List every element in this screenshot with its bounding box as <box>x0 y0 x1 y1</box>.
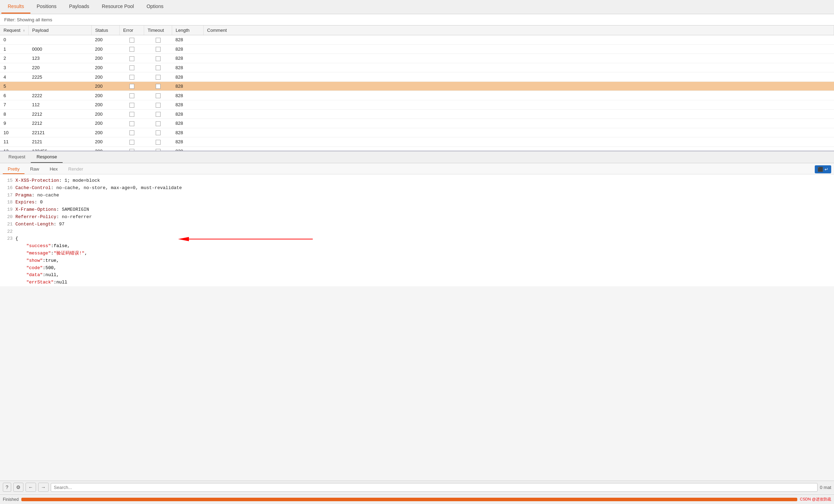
tab-resource-pool[interactable]: Resource Pool <box>96 0 140 14</box>
cell-error <box>120 109 144 119</box>
cell-timeout <box>144 35 172 45</box>
checkbox-error <box>129 47 134 52</box>
cell-length: 828 <box>172 91 204 100</box>
cell-comment <box>204 72 834 82</box>
cell-payload: 123456 <box>29 146 92 151</box>
cell-timeout <box>144 72 172 82</box>
search-input[interactable] <box>51 483 818 492</box>
checkbox-timeout <box>156 75 161 80</box>
cell-comment <box>204 81 834 91</box>
checkbox-error <box>129 121 134 126</box>
checkbox-timeout <box>156 103 161 108</box>
response-line-20: 20Referrer-Policy: no-referrer <box>4 214 830 221</box>
cell-timeout <box>144 63 172 72</box>
cell-error <box>120 128 144 137</box>
subtab-pretty[interactable]: Pretty <box>3 165 24 174</box>
subtab-hex[interactable]: Hex <box>45 165 63 174</box>
table-row[interactable]: 12123456200828 <box>0 146 834 151</box>
checkbox-error <box>129 75 134 80</box>
cell-request: 0 <box>0 35 29 45</box>
cell-timeout <box>144 54 172 63</box>
cell-error <box>120 146 144 151</box>
checkbox-error <box>129 93 134 98</box>
cell-length: 828 <box>172 119 204 128</box>
cell-request: 6 <box>0 91 29 100</box>
table-row[interactable]: 0200828 <box>0 35 834 45</box>
table-row[interactable]: 62222200828 <box>0 91 834 100</box>
table-row[interactable]: 42225200828 <box>0 72 834 82</box>
help-button[interactable]: ? <box>3 483 11 492</box>
cell-timeout <box>144 137 172 147</box>
tab-options[interactable]: Options <box>140 0 170 14</box>
cell-payload: 2121 <box>29 137 92 147</box>
table-row[interactable]: 1022121200828 <box>0 128 834 137</box>
cell-payload <box>29 35 92 45</box>
bottom-toolbar: ? ⚙ ← → 0 mat <box>0 481 834 494</box>
tab-response[interactable]: Response <box>31 151 63 163</box>
match-count: 0 mat <box>820 485 831 490</box>
results-table-container[interactable]: Request ↑ Payload Status Error Timeout L… <box>0 26 834 151</box>
col-timeout[interactable]: Timeout <box>144 26 172 35</box>
table-row[interactable]: 112121200828 <box>0 137 834 147</box>
col-status[interactable]: Status <box>92 26 120 35</box>
table-row[interactable]: 5200828 <box>0 81 834 91</box>
cell-status: 200 <box>92 119 120 128</box>
checkbox-timeout <box>156 65 161 70</box>
cell-payload <box>29 81 92 91</box>
checkbox-error <box>129 65 134 70</box>
col-request[interactable]: Request ↑ <box>0 26 29 35</box>
table-row[interactable]: 82212200828 <box>0 109 834 119</box>
cell-length: 828 <box>172 137 204 147</box>
cell-timeout <box>144 146 172 151</box>
cell-comment <box>204 146 834 151</box>
response-line-show: "show":true, <box>4 257 830 265</box>
table-row[interactable]: 10000200828 <box>0 44 834 54</box>
progress-fill <box>21 498 797 501</box>
back-button[interactable]: ← <box>26 483 36 492</box>
cell-payload: 2212 <box>29 119 92 128</box>
cell-status: 200 <box>92 128 120 137</box>
cell-status: 200 <box>92 100 120 109</box>
cell-payload: 0000 <box>29 44 92 54</box>
col-payload[interactable]: Payload <box>29 26 92 35</box>
col-error[interactable]: Error <box>120 26 144 35</box>
table-row[interactable]: 7112200828 <box>0 100 834 109</box>
response-body[interactable]: 15X-XSS-Protection: 1; mode=block 16Cach… <box>0 174 834 286</box>
checkbox-error <box>129 84 134 89</box>
table-row[interactable]: 3220200828 <box>0 63 834 72</box>
cell-status: 200 <box>92 146 120 151</box>
table-row[interactable]: 92212200828 <box>0 119 834 128</box>
cell-request: 2 <box>0 54 29 63</box>
checkbox-timeout <box>156 149 161 151</box>
cell-comment <box>204 119 834 128</box>
checkbox-error <box>129 103 134 108</box>
settings-button[interactable]: ⚙ <box>13 483 23 492</box>
tab-positions[interactable]: Positions <box>30 0 63 14</box>
table-row[interactable]: 2123200828 <box>0 54 834 63</box>
cell-request: 9 <box>0 119 29 128</box>
cell-payload: 2222 <box>29 91 92 100</box>
checkbox-timeout <box>156 140 161 145</box>
filter-text: Filter: Showing all items <box>4 17 52 22</box>
cell-error <box>120 72 144 82</box>
response-subtabs: Pretty Raw Hex Render ⬛ ↵ <box>0 163 834 174</box>
results-table: Request ↑ Payload Status Error Timeout L… <box>0 26 834 151</box>
cell-payload: 112 <box>29 100 92 109</box>
cell-timeout <box>144 81 172 91</box>
cell-status: 200 <box>92 54 120 63</box>
forward-button[interactable]: → <box>38 483 49 492</box>
tab-results[interactable]: Results <box>1 0 30 14</box>
col-length[interactable]: Length <box>172 26 204 35</box>
checkbox-error <box>129 140 134 145</box>
subtab-render: Render <box>63 165 88 174</box>
copy-button[interactable]: ⬛ ↵ <box>815 165 831 173</box>
col-comment[interactable]: Comment <box>204 26 834 35</box>
tab-payloads[interactable]: Payloads <box>63 0 96 14</box>
checkbox-timeout <box>156 93 161 98</box>
checkbox-error <box>129 38 134 43</box>
tab-request[interactable]: Request <box>3 151 31 163</box>
checkbox-error <box>129 130 134 135</box>
response-line-18: 18Expires: 0 <box>4 199 830 206</box>
cell-comment <box>204 35 834 45</box>
subtab-raw[interactable]: Raw <box>25 165 44 174</box>
